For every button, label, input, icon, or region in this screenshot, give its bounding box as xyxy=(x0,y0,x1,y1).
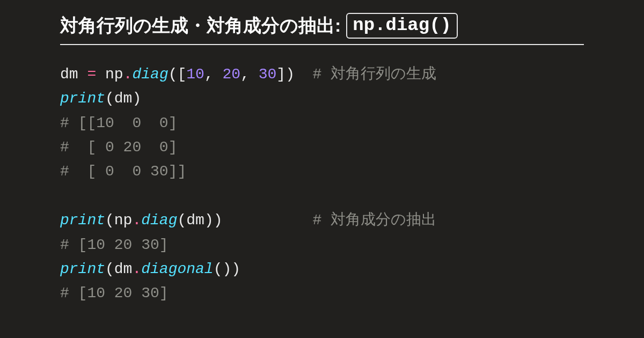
code-token-op: . xyxy=(132,212,141,229)
code-token-punct: (np xyxy=(105,212,132,229)
code-token-punct: , xyxy=(204,66,223,83)
code-token-num: 10 xyxy=(186,66,204,83)
code-token-comment: # [ 0 0 30]] xyxy=(60,163,186,180)
code-token-punct: , xyxy=(240,66,259,83)
code-token-func: print xyxy=(60,90,105,107)
code-token-comment: # [ 0 20 0] xyxy=(60,139,177,156)
code-token-punct: ([ xyxy=(169,66,187,83)
code-token-op: . xyxy=(132,261,141,277)
code-token-func: diagonal xyxy=(141,261,213,277)
code-token-var: dm xyxy=(60,66,87,83)
title-text: 対角行列の生成・対角成分の抽出: xyxy=(60,13,341,38)
code-token-punct: ]) xyxy=(276,66,312,83)
code-token-punct: (dm) xyxy=(105,90,141,107)
code-block: dm = np.diag([10, 20, 30]) # 対角行列の生成 pri… xyxy=(60,62,584,306)
code-token-func: diag xyxy=(132,66,168,83)
code-token-num: 20 xyxy=(223,66,241,83)
code-token-num: 30 xyxy=(259,66,277,83)
title-code-badge: np.diag() xyxy=(346,13,458,39)
code-token-punct: (dm)) xyxy=(177,212,312,229)
code-token-func: print xyxy=(60,261,105,277)
code-token-op: . xyxy=(123,66,133,83)
code-token-op: = xyxy=(87,66,96,83)
code-token-comment: # 対角成分の抽出 xyxy=(313,212,437,229)
code-token-var: np xyxy=(96,66,123,83)
code-token-punct: ()) xyxy=(214,261,240,277)
page-title: 対角行列の生成・対角成分の抽出: np.diag() xyxy=(60,13,584,45)
code-token-punct: (dm xyxy=(105,261,132,277)
code-token-comment: # [10 20 30] xyxy=(60,237,169,253)
code-token-comment: # 対角行列の生成 xyxy=(313,66,437,83)
code-token-func: diag xyxy=(141,212,177,229)
code-token-comment: # [[10 0 0] xyxy=(60,115,177,131)
code-token-comment: # [10 20 30] xyxy=(60,285,169,302)
code-token-func: print xyxy=(60,212,105,229)
